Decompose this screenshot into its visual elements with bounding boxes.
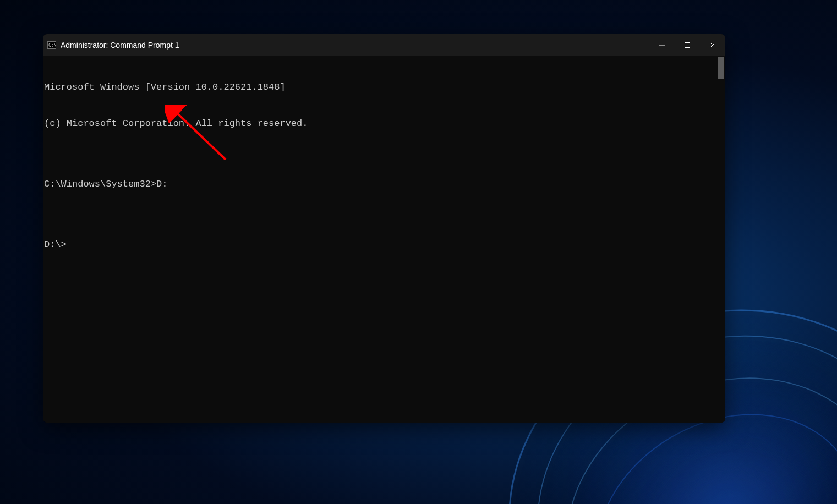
window-titlebar[interactable]: C:\ Administrator: Command Prompt 1 bbox=[43, 34, 725, 56]
terminal-line: (c) Microsoft Corporation. All rights re… bbox=[44, 118, 725, 130]
svg-rect-3 bbox=[685, 43, 690, 48]
command-prompt-window: C:\ Administrator: Command Prompt 1 bbox=[43, 34, 725, 423]
terminal-output: Microsoft Windows [Version 10.0.22621.18… bbox=[44, 57, 725, 275]
close-button[interactable] bbox=[700, 34, 725, 56]
minimize-button[interactable] bbox=[649, 34, 675, 56]
window-title: Administrator: Command Prompt 1 bbox=[61, 41, 649, 50]
vertical-scrollbar[interactable] bbox=[718, 57, 724, 79]
command-prompt-icon: C:\ bbox=[47, 41, 56, 50]
terminal-prompt: D:\> bbox=[44, 239, 725, 251]
window-controls bbox=[649, 34, 725, 56]
terminal-line: C:\Windows\System32>D: bbox=[44, 178, 725, 190]
terminal-line: Microsoft Windows [Version 10.0.22621.18… bbox=[44, 81, 725, 94]
svg-text:C:\: C:\ bbox=[48, 43, 56, 48]
terminal-body[interactable]: Microsoft Windows [Version 10.0.22621.18… bbox=[43, 56, 725, 423]
maximize-button[interactable] bbox=[675, 34, 700, 56]
